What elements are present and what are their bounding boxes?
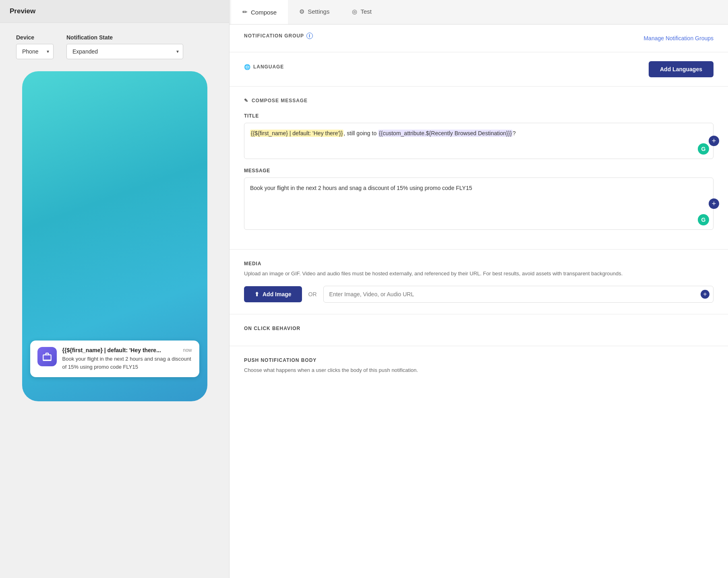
language-label-text: LANGUAGE: [253, 64, 284, 70]
device-select-wrapper[interactable]: Phone Tablet ▾: [16, 44, 54, 59]
message-input-area[interactable]: Book your flight in the next 2 hours and…: [244, 178, 714, 230]
left-panel: Preview Device Phone Tablet ▾ Notificati…: [0, 0, 230, 578]
grammarly-icon-message[interactable]: G: [698, 214, 709, 225]
compose-message-section: ✎ COMPOSE MESSAGE TITLE {{${first_name} …: [230, 87, 728, 250]
push-notification-body-label: PUSH NOTIFICATION BODY: [244, 357, 714, 363]
controls-area: Device Phone Tablet ▾ Notification State…: [0, 23, 229, 67]
message-field-wrapper: Book your flight in the next 2 hours and…: [244, 178, 714, 230]
grammarly-g-title: G: [701, 144, 706, 153]
media-label: MEDIA: [244, 261, 714, 266]
notification-group-info-icon[interactable]: i: [306, 33, 313, 39]
url-plus-button[interactable]: +: [701, 290, 709, 299]
push-notification-body-section: PUSH NOTIFICATION BODY Choose what happe…: [230, 346, 728, 386]
notification-state-arrow: ▾: [176, 49, 179, 54]
media-controls-row: ⬆ Add Image OR +: [244, 286, 714, 303]
title-highlight-purple: {{custom_attribute.${Recently Browsed De…: [378, 130, 513, 137]
preview-title: Preview: [10, 7, 35, 15]
globe-icon: 🌐: [244, 64, 251, 70]
language-label: 🌐 LANGUAGE: [244, 64, 284, 70]
briefcase-icon: [42, 351, 52, 362]
compose-message-label-text: COMPOSE MESSAGE: [252, 98, 308, 103]
tabs-bar: ✏ Compose ⚙ Settings ◎ Test: [230, 0, 728, 25]
title-field-label: TITLE: [244, 113, 714, 119]
notification-state-select[interactable]: Expanded Collapsed: [67, 44, 113, 59]
title-plus-button[interactable]: +: [709, 136, 719, 146]
on-click-behavior-section: ON CLICK BEHAVIOR: [230, 314, 728, 346]
notification-card-title: {{${first_name} | default: 'Hey there...: [62, 347, 161, 353]
title-middle-text: , still going to: [343, 130, 378, 136]
or-text: OR: [308, 291, 317, 297]
notification-group-section: NOTIFICATION GROUP i Manage Notification…: [230, 25, 728, 52]
phone-preview-area: {{${first_name} | default: 'Hey there...…: [0, 67, 229, 578]
tab-settings[interactable]: ⚙ Settings: [288, 0, 341, 24]
notification-app-icon: [37, 347, 57, 366]
grammarly-g-message: G: [701, 215, 706, 224]
notification-time: now: [183, 347, 192, 353]
url-input[interactable]: [323, 286, 714, 303]
tab-compose-label: Compose: [251, 9, 277, 16]
notification-content: {{${first_name} | default: 'Hey there...…: [62, 347, 192, 371]
compose-message-label: ✎ COMPOSE MESSAGE: [244, 98, 714, 103]
notification-card-body: Book your flight in the next 2 hours and…: [62, 355, 192, 371]
right-panel: ✏ Compose ⚙ Settings ◎ Test NOTIFICATION…: [230, 0, 728, 578]
notification-state-label: Notification State: [66, 34, 183, 41]
phone-screen: {{${first_name} | default: 'Hey there...…: [22, 71, 207, 401]
title-suffix: ?: [513, 130, 516, 136]
device-control: Device Phone Tablet ▾: [16, 34, 54, 59]
url-input-wrapper: +: [323, 286, 714, 303]
tab-test-label: Test: [360, 8, 372, 15]
compose-edit-icon: ✎: [244, 98, 248, 103]
title-highlight-yellow: {{${first_name} | default: 'Hey there'}}: [250, 130, 343, 137]
on-click-behavior-label: ON CLICK BEHAVIOR: [244, 326, 714, 331]
notification-state-control: Notification State Expanded Collapsed ▾: [66, 34, 183, 59]
title-field-content[interactable]: {{${first_name} | default: 'Hey there'}}…: [250, 129, 697, 153]
add-image-label: Add Image: [263, 291, 292, 297]
device-label: Device: [16, 34, 54, 41]
language-section: 🌐 LANGUAGE Add Languages: [230, 52, 728, 87]
title-field-wrapper: {{${first_name} | default: 'Hey there'}}…: [244, 123, 714, 159]
push-notification-body-description: Choose what happens when a user clicks t…: [244, 366, 714, 374]
title-input-area[interactable]: {{${first_name} | default: 'Hey there'}}…: [244, 123, 714, 159]
settings-gear-icon: ⚙: [299, 8, 304, 15]
message-field-label: MESSAGE: [244, 168, 714, 173]
media-description: Upload an image or GIF. Video and audio …: [244, 270, 714, 278]
compose-pencil-icon: ✏: [242, 8, 248, 16]
notification-group-label: NOTIFICATION GROUP i: [244, 33, 313, 39]
notification-state-select-wrapper[interactable]: Expanded Collapsed ▾: [66, 44, 183, 59]
notification-group-header-row: NOTIFICATION GROUP i Manage Notification…: [244, 33, 714, 44]
test-eye-icon: ◎: [352, 8, 357, 15]
message-plus-button[interactable]: +: [709, 198, 719, 209]
add-image-button[interactable]: ⬆ Add Image: [244, 286, 302, 302]
add-languages-button[interactable]: Add Languages: [649, 61, 714, 77]
upload-icon: ⬆: [254, 291, 259, 297]
left-header: Preview: [0, 0, 229, 23]
tab-test[interactable]: ◎ Test: [341, 0, 383, 24]
device-select[interactable]: Phone Tablet: [17, 44, 53, 59]
notification-top-row: {{${first_name} | default: 'Hey there...…: [62, 347, 192, 353]
media-section: MEDIA Upload an image or GIF. Video and …: [230, 250, 728, 314]
notification-card: {{${first_name} | default: 'Hey there...…: [30, 341, 199, 377]
grammarly-icon-title[interactable]: G: [698, 143, 709, 155]
manage-notification-groups-link[interactable]: Manage Notification Groups: [643, 35, 714, 41]
notification-group-text: NOTIFICATION GROUP: [244, 33, 304, 39]
message-textarea[interactable]: Book your flight in the next 2 hours and…: [250, 184, 697, 220]
tab-compose[interactable]: ✏ Compose: [231, 0, 288, 24]
tab-settings-label: Settings: [308, 8, 329, 15]
